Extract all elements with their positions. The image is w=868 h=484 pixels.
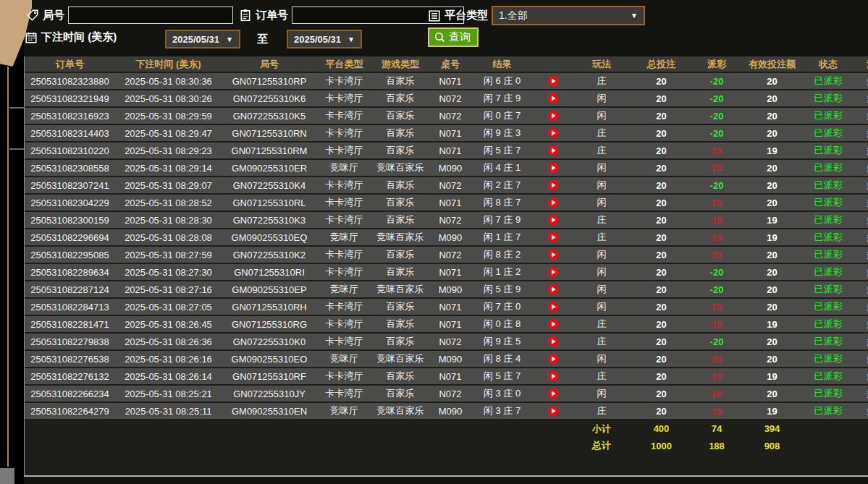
replay-play-button[interactable]: [547, 214, 559, 226]
cell-platform: 竞咪厅: [317, 350, 371, 368]
cell-platform: 卡卡湾厅: [317, 142, 371, 159]
cell-game-type: 竞咪百家乐: [371, 281, 429, 298]
date-to-group: 2025/05/31 ▼: [287, 30, 362, 48]
replay-play-button[interactable]: [547, 370, 559, 382]
cell-result: 闲 5 庄 7: [471, 368, 533, 385]
replay-play-button[interactable]: [547, 249, 559, 260]
gold-divider-line: [7, 67, 9, 467]
cell-valid-bet: 20: [741, 194, 803, 211]
grand-total-total: 1000: [631, 437, 692, 454]
replay-play-button[interactable]: [547, 179, 559, 191]
replay-play-button[interactable]: [547, 145, 559, 156]
cell-payout: 19: [692, 368, 741, 385]
cell-game-mode: 多台: [854, 107, 868, 124]
cell-replay: [533, 350, 573, 368]
cell-payout: 20: [692, 246, 741, 263]
col-header-play-method: 玩法: [573, 56, 631, 72]
grand-total-payout: 188: [692, 437, 741, 454]
cell-valid-bet: 19: [741, 315, 803, 333]
cell-table-no: N072: [429, 211, 471, 229]
cell-status: 已派彩: [803, 211, 854, 229]
cell-bet-time: 2025-05-31 08:26:45: [115, 315, 222, 333]
replay-play-button[interactable]: [547, 405, 559, 417]
replay-play-button[interactable]: [547, 110, 559, 122]
cell-total-bet: 20: [631, 315, 692, 333]
table-header-row: 订单号 下注时间 (美东) 局号 平台类型 游戏类型 桌号 结果 玩法 总投注 …: [25, 56, 868, 72]
cell-game-type: 百家乐: [371, 385, 429, 402]
cell-play-method: 闲: [573, 350, 631, 368]
cell-bet-time: 2025-05-31 08:27:05: [115, 298, 222, 315]
replay-play-button[interactable]: [547, 197, 559, 208]
cell-order-no: 250531082296694: [25, 229, 115, 246]
cell-payout: -20: [692, 107, 741, 124]
cell-replay: [533, 124, 573, 142]
cell-play-method: 闲: [573, 177, 631, 194]
cell-valid-bet: 20: [741, 159, 803, 177]
replay-play-button[interactable]: [547, 127, 559, 139]
strip-bottom-block: [0, 468, 14, 484]
cell-game-mode: 多台: [854, 177, 868, 194]
date-to-select[interactable]: 2025/05/31 ▼: [287, 30, 362, 48]
cell-game-mode: 多台: [854, 90, 868, 107]
cell-round-no: GM090255310ER: [222, 159, 317, 177]
replay-play-button[interactable]: [547, 93, 559, 104]
col-header-round: 局号: [222, 56, 317, 72]
cell-replay: [533, 298, 573, 315]
cell-play-method: 庄: [573, 402, 631, 420]
cell-status: 已派彩: [803, 298, 854, 315]
bet-records-table: 订单号 下注时间 (美东) 局号 平台类型 游戏类型 桌号 结果 玩法 总投注 …: [25, 56, 868, 454]
table-row: 250531082316923 2025-05-31 08:29:59 GN07…: [25, 107, 868, 124]
col-header-table-no: 桌号: [429, 56, 471, 72]
cell-game-type: 百家乐: [371, 368, 429, 385]
cell-round-no: GM090255310EO: [222, 350, 317, 368]
cell-round-no: GM090255310EN: [222, 402, 317, 420]
date-from-select[interactable]: 2025/05/31 ▼: [165, 30, 240, 48]
cell-play-method: 庄: [573, 211, 631, 229]
cell-play-method: 庄: [573, 368, 631, 385]
table-row: 250531082295085 2025-05-31 08:27:59 GN07…: [25, 246, 868, 263]
cell-valid-bet: 20: [741, 72, 803, 90]
platform-select[interactable]: 1.全部 ▼: [492, 6, 645, 25]
cell-total-bet: 20: [631, 402, 692, 420]
cell-status: 已派彩: [803, 368, 854, 385]
search-button[interactable]: 查询: [428, 27, 479, 47]
cell-valid-bet: 20: [741, 246, 803, 263]
cell-platform: 卡卡湾厅: [317, 211, 371, 229]
cell-replay: [533, 177, 573, 194]
replay-play-button[interactable]: [547, 284, 559, 295]
cell-result: 闲 8 庄 2: [471, 246, 533, 263]
cell-bet-time: 2025-05-31 08:30:36: [115, 72, 222, 90]
replay-play-button[interactable]: [547, 336, 559, 347]
round-input[interactable]: [68, 7, 233, 24]
cell-round-no: GN071255310RI: [222, 263, 317, 281]
cell-table-no: M090: [429, 159, 471, 177]
replay-play-button[interactable]: [547, 318, 559, 330]
replay-play-button[interactable]: [547, 75, 559, 87]
cell-total-bet: 20: [631, 246, 692, 263]
cell-status: 已派彩: [803, 159, 854, 177]
round-label: 局号: [43, 9, 64, 22]
cell-payout: -20: [692, 281, 741, 298]
cell-bet-time: 2025-05-31 08:26:16: [115, 350, 222, 368]
cell-game-mode: 多台: [854, 246, 868, 263]
cell-payout: 20: [692, 350, 741, 368]
cell-bet-time: 2025-05-31 08:27:16: [115, 281, 222, 298]
table-row: 250531082289634 2025-05-31 08:27:30 GN07…: [25, 263, 868, 281]
replay-play-button[interactable]: [547, 353, 559, 365]
cell-result: 闲 8 庄 4: [471, 350, 533, 368]
cell-game-type: 竞咪百家乐: [371, 229, 429, 246]
replay-play-button[interactable]: [547, 162, 559, 174]
cell-table-no: N071: [429, 194, 471, 211]
cell-round-no: GM090255310EQ: [222, 229, 317, 246]
subtotal-payout: 74: [692, 420, 741, 437]
replay-play-button[interactable]: [547, 388, 559, 399]
replay-play-button[interactable]: [547, 301, 559, 313]
cell-payout: 20: [692, 159, 741, 177]
cell-play-method: 闲: [573, 246, 631, 263]
replay-play-button[interactable]: [547, 266, 559, 278]
cell-payout: -20: [692, 124, 741, 142]
cell-total-bet: 20: [631, 142, 692, 159]
col-header-mode: 游戏模式: [854, 56, 868, 72]
table-row: 250531082307241 2025-05-31 08:29:07 GN07…: [25, 177, 868, 194]
replay-play-button[interactable]: [547, 232, 559, 243]
